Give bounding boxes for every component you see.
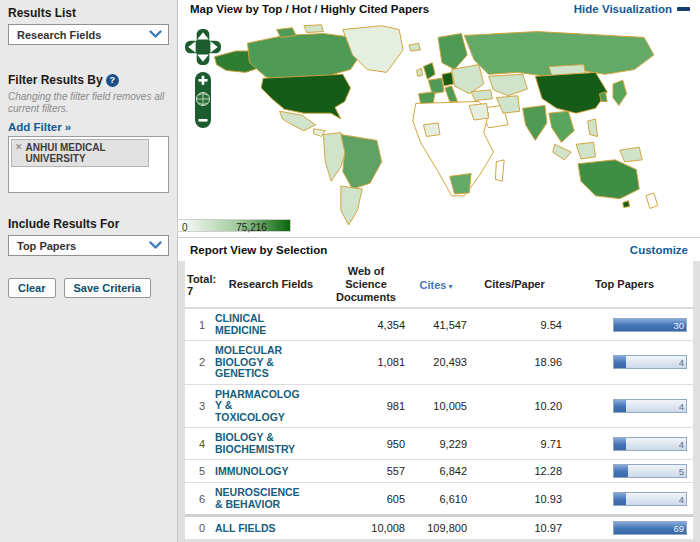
rank-cell: 2 — [185, 356, 207, 368]
hide-visualization-link[interactable]: Hide Visualization — [574, 3, 690, 15]
top-papers-value: 4 — [679, 357, 684, 369]
map-title: Map View by Top / Hot / Highly Cited Pap… — [190, 3, 429, 15]
table-row: 5 IMMUNOLOGY 557 6,842 12.28 5 — [185, 459, 693, 482]
include-results-heading: Include Results For — [8, 217, 169, 231]
save-criteria-button[interactable]: Save Criteria — [64, 278, 151, 298]
cites-label: Cites — [420, 279, 447, 291]
sort-desc-icon: ▾ — [448, 282, 452, 291]
field-link-all-fields[interactable]: ALL FIELDS — [215, 523, 275, 535]
legend-max-value: 75,216 — [236, 222, 267, 233]
field-link-clinical-medicine[interactable]: CLINICAL MEDICINE — [215, 313, 266, 336]
rank-cell: 5 — [185, 465, 207, 477]
docs-cell: 950 — [327, 438, 405, 450]
cites-per-paper-cell: 18.96 — [467, 356, 562, 368]
field-link-immunology[interactable]: IMMUNOLOGY — [215, 466, 289, 478]
cites-cell: 20,493 — [405, 356, 467, 368]
rank-cell: 3 — [185, 400, 207, 412]
top-papers-value: 4 — [679, 401, 684, 413]
zoom-in-icon-v[interactable] — [202, 76, 205, 85]
col-research-fields[interactable]: Research Fields — [215, 278, 327, 291]
col-cites[interactable]: Cites▾ — [405, 279, 467, 291]
report-table: Total: 7 Research Fields Web of Science … — [178, 261, 700, 542]
docs-cell: 1,081 — [327, 356, 405, 368]
south-america — [323, 133, 381, 225]
rank-cell: 4 — [185, 438, 207, 450]
col-cites-per-paper[interactable]: Cites/Paper — [467, 278, 562, 291]
pan-control[interactable] — [184, 28, 222, 66]
docs-cell: 4,354 — [327, 319, 405, 331]
rank-cell: 6 — [185, 493, 207, 505]
results-list-dropdown[interactable]: Research Fields — [8, 24, 169, 45]
table-row-all-fields: 0 ALL FIELDS 10,008 109,800 10.97 69 — [185, 514, 693, 539]
minus-icon — [677, 7, 690, 11]
world-map[interactable] — [178, 16, 700, 215]
top-papers-value: 69 — [673, 523, 684, 535]
hide-visualization-label: Hide Visualization — [574, 3, 672, 15]
table-row: 1 CLINICAL MEDICINE 4,354 41,547 9.54 30 — [185, 308, 693, 340]
top-papers-bar: 4 — [613, 437, 687, 451]
docs-cell: 10,008 — [327, 522, 405, 534]
chevron-down-icon — [149, 30, 162, 39]
cites-cell: 109,800 — [405, 522, 467, 534]
total-header: Total: 7 — [185, 273, 207, 297]
top-papers-bar: 4 — [613, 399, 687, 413]
results-list-heading: Results List — [8, 6, 169, 20]
col-top-papers[interactable]: Top Papers — [562, 278, 691, 291]
filter-chip-label: ANHUI MEDICAL UNIVERSITY — [26, 142, 144, 164]
zoom-out-icon[interactable] — [199, 119, 208, 122]
table-row: 6 NEUROSCIENCE & BEHAVIOR 605 6,610 10.9… — [185, 482, 693, 514]
cites-per-paper-cell: 12.28 — [467, 465, 562, 477]
asia — [464, 32, 654, 162]
docs-cell: 557 — [327, 465, 405, 477]
field-link-neuroscience-behavior[interactable]: NEUROSCIENCE & BEHAVIOR — [215, 487, 300, 510]
cites-cell: 9,229 — [405, 438, 467, 450]
field-link-molecular-biology-genetics[interactable]: MOLECULAR BIOLOGY & GENETICS — [215, 345, 282, 380]
oceania — [578, 160, 658, 209]
sidebar: Results List Research Fields Filter Resu… — [0, 0, 178, 542]
filter-results-heading: Filter Results By? — [8, 73, 169, 87]
rank-cell: 1 — [185, 319, 207, 331]
top-papers-bar: 4 — [613, 492, 687, 506]
top-papers-value: 4 — [679, 439, 684, 451]
filter-results-label: Filter Results By — [8, 73, 103, 87]
top-papers-bar: 69 — [613, 521, 687, 535]
north-america — [214, 25, 403, 137]
table-row: 4 BIOLOGY & BIOCHEMISTRY 950 9,229 9.71 … — [185, 427, 693, 459]
add-filter-link[interactable]: Add Filter » — [8, 121, 169, 133]
col-wos-documents[interactable]: Web of Science Documents — [327, 265, 405, 304]
results-list-value: Research Fields — [17, 29, 101, 41]
chevron-down-icon — [149, 241, 162, 250]
field-link-biology-biochemistry[interactable]: BIOLOGY & BIOCHEMISTRY — [215, 432, 295, 455]
cites-per-paper-cell: 10.20 — [467, 400, 562, 412]
help-icon[interactable]: ? — [106, 74, 119, 87]
cites-cell: 6,842 — [405, 465, 467, 477]
main-content: Map View by Top / Hot / Highly Cited Pap… — [178, 0, 700, 542]
total-label: Total: — [187, 273, 216, 285]
cites-per-paper-cell: 9.71 — [467, 438, 562, 450]
top-papers-value: 4 — [679, 494, 684, 506]
top-papers-value: 5 — [679, 466, 684, 478]
docs-cell: 981 — [327, 400, 405, 412]
filter-note: Changing the filter field removes all cu… — [8, 91, 169, 115]
table-header-row: Total: 7 Research Fields Web of Science … — [185, 261, 693, 308]
cites-sort-header[interactable]: Cites▾ — [420, 279, 453, 291]
legend-min-value: 0 — [182, 222, 188, 233]
zoom-control[interactable] — [194, 71, 212, 129]
map-legend: 0 75,216 — [177, 219, 291, 232]
map-controls — [184, 28, 222, 129]
field-link-pharmacology-toxicology[interactable]: PHARMACOLOG Y & TOXICOLOGY — [215, 389, 300, 424]
top-papers-bar: 5 — [613, 464, 687, 478]
cites-cell: 6,610 — [405, 493, 467, 505]
cites-cell: 41,547 — [405, 319, 467, 331]
docs-cell: 605 — [327, 493, 405, 505]
cites-per-paper-cell: 10.93 — [467, 493, 562, 505]
filter-chip[interactable]: ✕ ANHUI MEDICAL UNIVERSITY — [11, 139, 149, 167]
map-section-header: Map View by Top / Hot / Highly Cited Pap… — [178, 0, 700, 16]
rank-cell: 0 — [185, 522, 207, 534]
top-papers-bar: 4 — [613, 355, 687, 369]
cites-cell: 10,005 — [405, 400, 467, 412]
remove-filter-icon[interactable]: ✕ — [15, 142, 23, 164]
clear-button[interactable]: Clear — [8, 278, 56, 298]
include-results-dropdown[interactable]: Top Papers — [8, 235, 169, 256]
table-row: 2 MOLECULAR BIOLOGY & GENETICS 1,081 20,… — [185, 340, 693, 384]
